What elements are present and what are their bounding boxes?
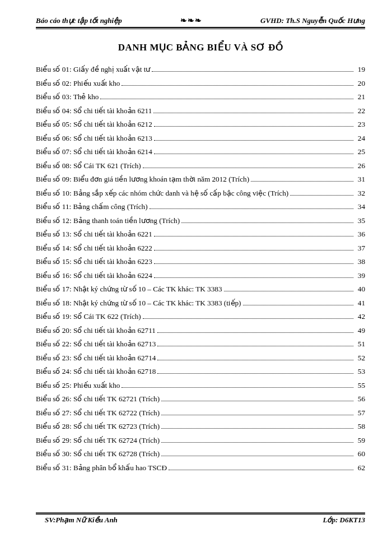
toc-entry-page: 53 xyxy=(355,368,365,375)
toc-row: Biểu số 25: Phiếu xuất kho55 xyxy=(36,382,365,389)
header-rule-thin xyxy=(36,29,365,29)
toc-entry-label: Biểu số 14: Sổ chi tiết tài khoản 6222 xyxy=(36,244,152,252)
toc-row: Biểu số 07: Sổ chi tiết tài khoản 621425 xyxy=(36,148,365,155)
toc-entry-label: Biểu số 04: Sổ chi tiết tài khoản 6211 xyxy=(36,107,152,114)
toc-entry-page: 36 xyxy=(355,230,365,238)
toc-leader-dots xyxy=(122,387,353,388)
toc-row: Biểu số 02: Phiếu xuất kho20 xyxy=(36,80,365,87)
toc-entry-label: Biểu số 17: Nhật ký chứng từ số 10 – Các… xyxy=(36,285,222,293)
toc-row: Biểu số 22: Sổ chi tiết tài khoản 627135… xyxy=(36,340,365,347)
toc-row: Biểu số 05: Sổ chi tiết tài khoản 621223 xyxy=(36,120,365,128)
toc-entry-page: 56 xyxy=(355,395,365,402)
toc-entry-page: 55 xyxy=(355,382,365,389)
toc-entry-page: 25 xyxy=(355,148,365,155)
toc-leader-dots xyxy=(154,263,353,264)
toc-entry-label: Biểu số 18: Nhật ký chứng từ số 10 – Các… xyxy=(36,299,241,307)
toc-leader-dots xyxy=(152,71,353,72)
footer-right: Lớp: D6KT13 xyxy=(323,516,365,525)
toc-leader-dots xyxy=(154,236,353,236)
toc-entry-page: 62 xyxy=(355,464,365,471)
toc-entry-page: 35 xyxy=(355,217,365,224)
toc-entry-label: Biểu số 09: Biểu đơn giá tiền lương khoá… xyxy=(36,175,249,183)
footer-rule-thin xyxy=(36,512,365,513)
toc-entry-page: 49 xyxy=(355,327,365,334)
toc-entry-page: 57 xyxy=(355,409,365,416)
toc-leader-dots xyxy=(154,126,353,127)
header-ornament-icon: ❧❧❧ xyxy=(180,16,202,25)
toc-entry-label: Biểu số 07: Sổ chi tiết tài khoản 6214 xyxy=(36,148,152,155)
toc-row: Biểu số 20: Sổ chi tiết tài khoản 627114… xyxy=(36,327,365,334)
toc-leader-dots xyxy=(169,470,353,470)
toc-leader-dots xyxy=(161,415,353,415)
toc-entry-page: 52 xyxy=(355,354,365,361)
toc-row: Biểu số 24: Sổ chi tiết tài khoản 627185… xyxy=(36,368,365,375)
page-footer: SV:Phạm Nữ Kiều Anh Lớp: D6KT13 xyxy=(36,512,365,525)
toc-entry-label: Biểu số 16: Sổ chi tiết tài khoản 6224 xyxy=(36,272,152,279)
toc-entry-page: 32 xyxy=(355,189,365,197)
toc-entry-page: 59 xyxy=(355,437,365,444)
toc-leader-dots xyxy=(181,222,353,223)
toc-row: Biểu số 03: Thẻ kho21 xyxy=(36,93,365,100)
toc-leader-dots xyxy=(150,208,353,209)
toc-leader-dots xyxy=(153,113,353,113)
toc-entry-label: Biểu số 27: Sổ chi tiết TK 62722 (Trích) xyxy=(36,409,160,416)
toc-leader-dots xyxy=(143,168,353,168)
toc-entry-label: Biểu số 31: Bảng phân bổ khấu hao TSCĐ xyxy=(36,464,167,471)
footer-rule-thick xyxy=(36,513,365,514)
toc-entry-label: Biểu số 02: Phiếu xuất kho xyxy=(36,80,120,87)
toc-entry-page: 51 xyxy=(355,340,365,347)
toc-leader-dots xyxy=(157,373,353,374)
toc-entry-label: Biểu số 29: Sổ chi tiết TK 62724 (Trích) xyxy=(36,437,160,444)
toc-leader-dots xyxy=(243,305,354,305)
toc-leader-dots xyxy=(161,456,353,456)
toc-row: Biểu số 09: Biểu đơn giá tiền lương khoá… xyxy=(36,175,365,183)
toc-row: Biểu số 19: Sổ Cái TK 622 (Trích)42 xyxy=(36,313,365,320)
page-header: Báo cáo thực tập tốt nghiệp ❧❧❧ GVHD: Th… xyxy=(36,16,365,26)
toc-row: Biểu số 26: Sổ chi tiết TK 62721 (Trích)… xyxy=(36,395,365,402)
toc-row: Biểu số 01: Giấy đề nghị xuất vật tư19 xyxy=(36,66,365,73)
toc-leader-dots xyxy=(161,401,353,401)
toc-entry-label: Biểu số 23: Sổ chi tiết tài khoản 62714 xyxy=(36,354,156,361)
toc-entry-label: Biểu số 20: Sổ chi tiết tài khoản 62711 xyxy=(36,327,156,334)
toc-entry-label: Biểu số 22: Sổ chi tiết tài khoản 62713 xyxy=(36,340,156,347)
toc-leader-dots xyxy=(161,442,353,443)
toc-entry-page: 24 xyxy=(355,134,365,142)
toc-row: Biểu số 04: Sổ chi tiết tài khoản 621122 xyxy=(36,107,365,114)
toc-row: Biểu số 14: Sổ chi tiết tài khoản 622237 xyxy=(36,244,365,252)
toc-row: Biểu số 10: Bảng sắp xếp các nhóm chức d… xyxy=(36,189,365,197)
toc-leader-dots xyxy=(157,360,353,360)
toc-leader-dots xyxy=(143,318,353,319)
toc-row: Biểu số 31: Bảng phân bổ khấu hao TSCĐ62 xyxy=(36,464,365,471)
toc-leader-dots xyxy=(157,346,353,346)
toc-entry-label: Biểu số 01: Giấy đề nghị xuất vật tư xyxy=(36,66,150,73)
toc-entry-label: Biểu số 03: Thẻ kho xyxy=(36,93,99,100)
toc-entry-label: Biểu số 24: Sổ chi tiết tài khoản 62718 xyxy=(36,368,156,375)
toc-entry-page: 58 xyxy=(355,423,365,430)
toc-leader-dots xyxy=(154,277,353,278)
toc-entry-label: Biểu số 05: Sổ chi tiết tài khoản 6212 xyxy=(36,120,152,128)
toc-entry-page: 19 xyxy=(355,66,365,73)
toc-entry-page: 31 xyxy=(355,175,365,183)
toc-row: Biểu số 17: Nhật ký chứng từ số 10 – Các… xyxy=(36,285,365,293)
toc-row: Biểu số 11: Bảng chấm công (Trích)34 xyxy=(36,203,365,210)
toc-entry-page: 26 xyxy=(355,162,365,169)
page-title: DANH MỤC BẢNG BIỂU VÀ SƠ ĐỒ xyxy=(36,41,365,53)
toc-leader-dots xyxy=(157,332,353,333)
toc-leader-dots xyxy=(100,99,353,99)
toc-row: Biểu số 27: Sổ chi tiết TK 62722 (Trích)… xyxy=(36,409,365,416)
toc-entry-label: Biểu số 19: Sổ Cái TK 622 (Trích) xyxy=(36,313,141,320)
toc-entry-label: Biểu số 08: Sổ Cái TK 621 (Trích) xyxy=(36,162,141,169)
toc-leader-dots xyxy=(251,181,353,182)
toc-leader-dots xyxy=(122,85,353,86)
toc-entry-page: 60 xyxy=(355,450,365,457)
toc-leader-dots xyxy=(154,140,353,141)
toc-entry-page: 38 xyxy=(355,258,365,265)
toc-leader-dots xyxy=(161,428,353,429)
toc-row: Biểu số 15: Sổ chi tiết tài khoản 622338 xyxy=(36,258,365,265)
toc-entry-page: 20 xyxy=(355,80,365,87)
toc-leader-dots xyxy=(224,291,354,291)
toc-entry-page: 22 xyxy=(355,107,365,114)
toc-entry-page: 34 xyxy=(355,203,365,210)
toc-leader-dots xyxy=(154,154,353,154)
toc-row: Biểu số 30: Sổ chi tiết TK 62728 (Trích)… xyxy=(36,450,365,457)
